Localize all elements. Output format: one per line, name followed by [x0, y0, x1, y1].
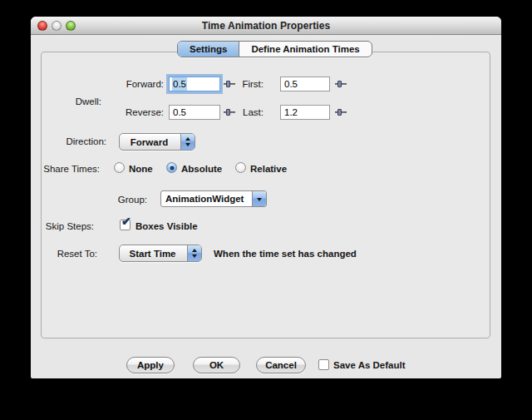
- last-value: 1.2: [283, 106, 298, 119]
- up-down-arrows-icon: [180, 134, 195, 150]
- down-arrow-icon: [185, 143, 190, 146]
- ok-button[interactable]: OK: [193, 357, 240, 373]
- group-value: AnimationWidget: [161, 191, 252, 206]
- radio-absolute[interactable]: [166, 162, 177, 173]
- radio-relative-label[interactable]: Relative: [250, 164, 287, 174]
- reset-to-value: Start Time: [120, 249, 187, 259]
- dialog-window: Time Animation Properties Settings Defin…: [31, 17, 501, 378]
- group-combo[interactable]: AnimationWidget: [160, 190, 267, 207]
- boxes-visible-label[interactable]: Boxes Visible: [135, 221, 198, 231]
- direction-label: Direction:: [57, 136, 106, 146]
- combo-arrow-button[interactable]: [252, 191, 266, 206]
- reverse-label: Reverse:: [114, 107, 164, 117]
- slider-icon: [335, 108, 347, 116]
- up-down-arrows-icon: [187, 245, 201, 261]
- save-as-default-label[interactable]: Save As Default: [333, 360, 406, 370]
- radio-absolute-label[interactable]: Absolute: [181, 164, 222, 174]
- reset-to-note: When the time set has changed: [214, 249, 357, 259]
- first-field[interactable]: 0.5: [280, 77, 330, 91]
- chevron-down-icon: [257, 198, 262, 201]
- forward-value: 0.5: [172, 77, 187, 91]
- share-times-label: Share Times:: [33, 164, 100, 174]
- direction-value: Forward: [120, 137, 180, 147]
- reset-to-popup[interactable]: Start Time: [119, 245, 202, 262]
- up-arrow-icon: [192, 249, 197, 252]
- forward-label: Forward:: [114, 79, 164, 89]
- forward-field[interactable]: 0.5: [169, 77, 220, 91]
- down-arrow-icon: [192, 254, 197, 258]
- dwell-label: Dwell:: [60, 96, 101, 106]
- radio-relative[interactable]: [235, 162, 246, 173]
- first-label: First:: [222, 79, 264, 89]
- check-icon: ✔: [121, 215, 131, 227]
- title-bar[interactable]: Time Animation Properties: [31, 17, 501, 35]
- skip-steps-label: Skip Steps:: [31, 221, 94, 231]
- apply-button[interactable]: Apply: [126, 357, 175, 373]
- reverse-field[interactable]: 0.5: [169, 105, 220, 120]
- reverse-value: 0.5: [172, 106, 187, 119]
- window-title: Time Animation Properties: [31, 20, 501, 32]
- group-label: Group:: [106, 195, 147, 205]
- radio-none[interactable]: [114, 162, 125, 173]
- save-as-default-checkbox[interactable]: [318, 359, 329, 370]
- last-field[interactable]: 1.2: [280, 105, 330, 120]
- last-label: Last:: [222, 107, 264, 117]
- tab-settings[interactable]: Settings: [178, 42, 239, 57]
- up-arrow-icon: [185, 137, 190, 141]
- reset-to-label: Reset To:: [47, 249, 97, 259]
- tab-define-animation-times[interactable]: Define Animation Times: [239, 42, 371, 57]
- slider-thumb: [337, 81, 342, 87]
- cancel-button[interactable]: Cancel: [256, 357, 306, 373]
- slider-icon: [335, 80, 347, 88]
- boxes-visible-checkbox[interactable]: ✔: [120, 220, 131, 230]
- tab-bar: Settings Define Animation Times: [177, 41, 372, 57]
- first-value: 0.5: [283, 77, 298, 91]
- slider-thumb: [337, 109, 342, 116]
- radio-none-label[interactable]: None: [129, 164, 153, 174]
- direction-popup[interactable]: Forward: [119, 133, 195, 151]
